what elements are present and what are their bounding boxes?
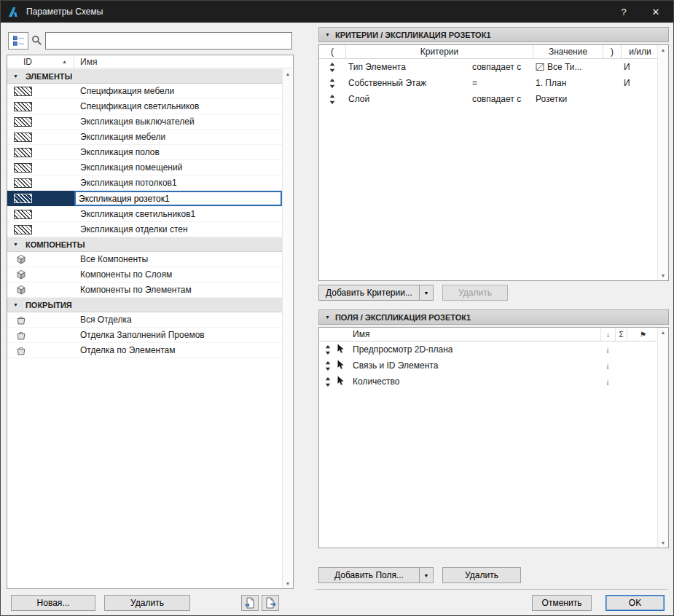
list-item[interactable]: Спецификация светильников — [7, 99, 282, 114]
field-row[interactable]: Количество ↓ — [319, 374, 668, 390]
dropdown-arrow-icon[interactable]: ▼ — [420, 291, 433, 296]
delete-criteria-button[interactable]: Удалить — [442, 285, 508, 301]
list-item[interactable]: Экспликация светильников1 — [7, 207, 282, 222]
import-scheme-button[interactable] — [241, 595, 259, 611]
list-item[interactable]: Экспликация помещений — [7, 160, 282, 175]
list-item[interactable]: Компоненты по Элементам — [7, 283, 282, 298]
collapse-triangle-icon[interactable]: ▼ — [325, 32, 330, 37]
list-item-label: Спецификация светильников — [74, 101, 199, 111]
collapse-triangle-icon[interactable]: ▼ — [13, 242, 18, 247]
scroll-down-icon[interactable]: ▼ — [661, 273, 666, 278]
list-item-label: Отделка по Элементам — [74, 345, 175, 355]
sort-down-icon[interactable]: ↓ — [600, 328, 615, 341]
close-button[interactable]: ✕ — [640, 1, 672, 23]
drag-handle-icon[interactable] — [319, 345, 337, 355]
field-name[interactable]: Предпросмотр 2D-плана — [353, 344, 600, 355]
criteria-section-header[interactable]: ▼ КРИТЕРИИ / ЭКСПЛИКАЦИЯ РОЗЕТОК1 — [318, 27, 669, 42]
sort-down-icon[interactable]: ↓ — [600, 361, 615, 370]
collapse-triangle-icon[interactable]: ▼ — [13, 74, 18, 79]
collapse-triangle-icon[interactable]: ▼ — [325, 315, 330, 320]
criteria-row[interactable]: Собственный Этаж = 1. План И — [319, 75, 668, 91]
criteria-row[interactable]: Слой совпадает с Розетки — [319, 91, 668, 107]
list-item-label: Вся Отделка — [74, 315, 132, 325]
fields-scrollbar[interactable]: ▲ ▼ — [657, 328, 668, 548]
criterion-operator[interactable]: совпадает с — [469, 62, 533, 72]
scheme-hatch-icon — [7, 222, 74, 237]
criterion-name[interactable]: Слой — [345, 94, 469, 104]
sort-down-icon[interactable]: ↓ — [600, 377, 615, 386]
scroll-down-icon[interactable]: ▼ — [661, 540, 666, 545]
collapse-triangle-icon[interactable]: ▼ — [13, 302, 18, 307]
criterion-name[interactable]: Тип Элемента — [345, 62, 469, 72]
drag-handle-icon[interactable] — [319, 361, 337, 371]
criteria-scrollbar[interactable]: ▲ ▼ — [657, 45, 668, 280]
search-input[interactable] — [45, 32, 292, 50]
column-header-id[interactable]: ID ▲ — [7, 55, 74, 68]
add-fields-button[interactable]: Добавить Поля... ▼ — [318, 567, 434, 583]
delete-scheme-button[interactable]: Удалить — [104, 595, 190, 611]
export-scheme-button[interactable] — [262, 595, 279, 611]
fields-section-header[interactable]: ▼ ПОЛЯ / ЭКСПЛИКАЦИЯ РОЗЕТОК1 — [318, 309, 669, 325]
tree-view-settings-button[interactable] — [8, 32, 28, 50]
field-name[interactable]: Связь и ID Элемента — [353, 360, 600, 371]
scroll-down-icon[interactable]: ▼ — [286, 581, 291, 586]
list-item-label: Отделка Заполнений Проемов — [74, 330, 205, 340]
criterion-andor[interactable]: И — [621, 62, 659, 72]
column-close-paren: ) — [603, 45, 621, 58]
sum-sigma-icon[interactable]: Σ — [615, 328, 627, 341]
drag-handle-icon[interactable] — [319, 63, 345, 72]
drag-handle-icon[interactable] — [319, 377, 337, 387]
scheme-name-edit-field[interactable] — [74, 191, 282, 206]
scroll-up-icon[interactable]: ▲ — [661, 47, 666, 52]
ok-button[interactable]: OK — [606, 595, 665, 611]
list-item[interactable]: Экспликация мебели — [7, 130, 282, 145]
criterion-andor[interactable]: И — [621, 78, 659, 88]
list-item[interactable]: Экспликация отделки стен — [7, 222, 282, 237]
column-criteria: Критерии — [345, 45, 533, 58]
list-item[interactable]: Экспликация полов — [7, 145, 282, 160]
list-item-selected[interactable] — [7, 191, 282, 207]
criterion-name[interactable]: Собственный Этаж — [345, 78, 469, 88]
list-item[interactable]: Вся Отделка — [7, 312, 282, 328]
group-header-components[interactable]: ▼ КОМПОНЕНТЫ — [7, 237, 282, 252]
list-item-label: Спецификация мебели — [74, 86, 174, 96]
help-button[interactable]: ? — [608, 1, 640, 23]
dropdown-arrow-icon[interactable]: ▼ — [420, 573, 433, 578]
scheme-list-scrollbar[interactable]: ▲ ▼ — [282, 69, 293, 588]
archicad-logo-icon — [7, 6, 20, 18]
criterion-value[interactable]: 1. План — [533, 78, 603, 88]
list-item[interactable]: Экспликация потолков1 — [7, 175, 282, 191]
list-item[interactable]: Спецификация мебели — [7, 84, 282, 99]
drag-handle-icon[interactable] — [319, 95, 345, 104]
list-item[interactable]: Отделка по Элементам — [7, 343, 282, 358]
column-header-name[interactable]: Имя — [74, 57, 97, 67]
group-header-surfaces[interactable]: ▼ ПОКРЫТИЯ — [7, 298, 282, 312]
scheme-settings-dialog: Параметры Схемы ? ✕ ID ▲ Имя ▼ ЭЛЕМЕНТЫ … — [0, 0, 674, 616]
drag-handle-icon[interactable] — [319, 79, 345, 88]
scheme-hatch-icon — [7, 175, 74, 190]
scheme-list-header[interactable]: ID ▲ Имя — [7, 55, 293, 68]
list-item[interactable]: Отделка Заполнений Проемов — [7, 328, 282, 343]
list-item[interactable]: Экспликация выключателей — [7, 114, 282, 130]
criterion-operator[interactable]: совпадает с — [469, 94, 533, 104]
criterion-operator[interactable]: = — [469, 78, 533, 88]
list-item[interactable]: Компоненты по Слоям — [7, 267, 282, 283]
new-scheme-button[interactable]: Новая... — [11, 595, 95, 611]
list-item[interactable]: Все Компоненты — [7, 252, 282, 267]
group-header-elements[interactable]: ▼ ЭЛЕМЕНТЫ — [7, 69, 282, 84]
field-row[interactable]: Предпросмотр 2D-плана ↓ — [319, 341, 668, 358]
sort-down-icon[interactable]: ↓ — [600, 345, 615, 354]
scheme-list-rows: ▼ ЭЛЕМЕНТЫ Спецификация мебели Специфика… — [7, 69, 282, 588]
delete-fields-button[interactable]: Удалить — [442, 567, 521, 583]
criteria-row[interactable]: Тип Элемента совпадает с Все Ти... И — [319, 59, 668, 75]
scroll-up-icon[interactable]: ▲ — [286, 71, 291, 76]
field-row[interactable]: Связь и ID Элемента ↓ — [319, 358, 668, 374]
add-criteria-button[interactable]: Добавить Критерии... ▼ — [318, 285, 434, 301]
cancel-button[interactable]: Отменить — [532, 595, 592, 611]
sort-ascending-icon: ▲ — [62, 59, 67, 64]
flag-icon[interactable]: ⚑ — [627, 328, 659, 341]
criterion-value[interactable]: Розетки — [533, 94, 603, 104]
scroll-up-icon[interactable]: ▲ — [661, 330, 666, 335]
criterion-value[interactable]: Все Ти... — [533, 62, 603, 72]
field-name[interactable]: Количество — [353, 376, 600, 387]
